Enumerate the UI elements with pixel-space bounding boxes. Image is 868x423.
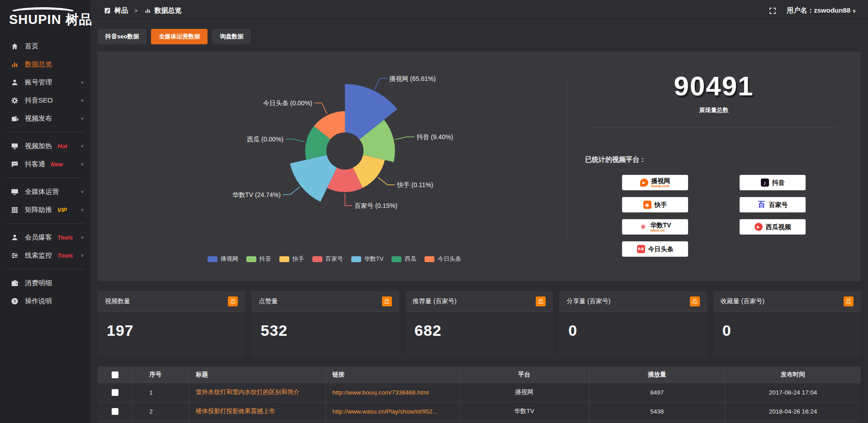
row-checkbox[interactable] (112, 389, 118, 396)
row-time: 2017-08-24 17:04 (725, 383, 861, 402)
sidebar-item-数据总览[interactable]: 数据总览 (0, 55, 90, 73)
total-badge[interactable]: 总 (228, 296, 238, 306)
sidebar-nav: 首页数据总览账号管理∨抖音SEO∨视频发布∨视频加热Hot∨抖客通New∨全媒体… (0, 33, 90, 423)
legend-item-今日头条[interactable]: 今日头条 (425, 255, 461, 263)
platform-badge-text: 播视网boosj.com (651, 178, 670, 188)
overview-panel: 播视网 (65.61%)抖音 (9.40%)快手 (0.11%)百家号 (0.1… (98, 52, 861, 281)
legend-item-抖音[interactable]: 抖音 (246, 255, 271, 263)
stat-card-value: 0 (713, 312, 861, 349)
legend-swatch (312, 256, 322, 262)
chevron-down-icon: ∨ (80, 98, 84, 103)
stat-card-title: 推荐量 (百家号) (413, 297, 457, 306)
row-no: 2 (133, 402, 189, 421)
tab-抖音seo数据[interactable]: 抖音seo数据 (98, 29, 146, 44)
legend-swatch (279, 256, 289, 262)
sidebar-divider (6, 132, 84, 132)
breadcrumb-item-home[interactable]: 树品 (114, 6, 128, 15)
user-menu[interactable]: 用户名：zswodun88∨ (787, 6, 856, 15)
wallet-icon (11, 279, 19, 287)
rose-label-播视网: 播视网 (65.61%) (389, 75, 436, 82)
sidebar-item-抖音SEO[interactable]: 抖音SEO∨ (0, 91, 90, 109)
screen-icon (11, 142, 19, 150)
fullscreen-icon[interactable] (769, 7, 777, 15)
rose-label-line (315, 103, 327, 114)
sidebar-item-首页[interactable]: 首页 (0, 37, 90, 55)
kuaishou-logo-icon: ◉ (643, 201, 651, 209)
row-link[interactable]: http://www.boosj.com/7338468.html (326, 383, 459, 402)
platform-badge-text: 快手 (655, 202, 667, 208)
row-link[interactable] (326, 421, 459, 423)
chevron-down-icon: ∨ (80, 235, 84, 240)
logo-cn: 树品 (66, 12, 93, 27)
sidebar-item-会员爆客[interactable]: 会员爆客Tools∨ (0, 228, 90, 246)
row-time: 2018-04-26 16:24 (725, 402, 861, 421)
sidebar-item-tag: Hot (57, 143, 67, 150)
sidebar-item-label: 抖音SEO (25, 96, 53, 105)
chevron-down-icon: ∨ (80, 162, 84, 166)
sidebar-item-操作说明[interactable]: ?操作说明 (0, 292, 90, 310)
rose-label-line (286, 139, 305, 142)
logo: SHUPIN 树品 (0, 0, 90, 33)
rose-label-line (283, 187, 300, 195)
home-icon (11, 42, 19, 50)
app-root: SHUPIN 树品 首页数据总览账号管理∨抖音SEO∨视频发布∨视频加热Hot∨… (0, 0, 868, 423)
select-all-checkbox[interactable] (112, 371, 118, 378)
boosj-logo-icon: ▶ (640, 179, 648, 187)
platform-badge-西瓜视频: ▶西瓜视频 (740, 219, 806, 235)
sidebar-item-消费明细[interactable]: 消费明细 (0, 274, 90, 292)
col-header-平台: 平台 (459, 367, 589, 383)
row-checkbox[interactable] (112, 408, 118, 415)
logo-en: SHUPIN (9, 12, 61, 27)
stat-card-value: 532 (251, 312, 399, 349)
sidebar-item-label: 数据总览 (25, 60, 52, 69)
sidebar: SHUPIN 树品 首页数据总览账号管理∨抖音SEO∨视频发布∨视频加热Hot∨… (0, 0, 90, 423)
row-title[interactable]: 楼体投影灯投影效果震撼上市 (189, 402, 326, 421)
total-badge[interactable]: 总 (844, 296, 854, 306)
sidebar-divider (6, 178, 84, 178)
legend-item-播视网[interactable]: 播视网 (208, 255, 238, 263)
stat-card-点赞量: 点赞量总532 (251, 291, 399, 357)
stat-card-title: 视频数量 (105, 297, 130, 306)
row-time (725, 421, 861, 423)
total-impressions-label: 展现量总数 (585, 106, 843, 114)
sidebar-divider (6, 269, 84, 269)
row-title[interactable] (189, 421, 326, 423)
legend-label: 播视网 (221, 255, 238, 263)
tab-询盘数据[interactable]: 询盘数据 (212, 29, 251, 44)
sidebar-item-label: 全媒体运营 (25, 188, 59, 196)
row-link[interactable]: http://www.wasu.cn/Play/show/id/952... (326, 402, 459, 421)
col-header-发布时间: 发布时间 (725, 367, 861, 383)
legend-label: 百家号 (326, 255, 343, 263)
sidebar-item-label: 消费明细 (25, 279, 52, 287)
sidebar-item-全媒体运营[interactable]: 全媒体运营∨ (0, 183, 90, 201)
chevron-down-icon: ∨ (80, 207, 84, 212)
total-badge[interactable]: 总 (382, 296, 392, 306)
chart-icon (11, 61, 19, 68)
total-badge[interactable]: 总 (690, 296, 700, 306)
legend-item-西瓜[interactable]: 西瓜 (392, 255, 416, 263)
stat-card-title: 收藏量 (百家号) (721, 297, 764, 306)
legend-swatch (351, 256, 361, 262)
sidebar-item-视频加热[interactable]: 视频加热Hot∨ (0, 137, 90, 155)
sidebar-item-视频发布[interactable]: 视频发布∨ (0, 109, 90, 127)
rose-label-华数TV: 华数TV (24.74%) (232, 191, 281, 198)
breadcrumb-separator: > (134, 7, 138, 14)
sidebar-item-抖客通[interactable]: 抖客通New∨ (0, 155, 90, 173)
legend-item-快手[interactable]: 快手 (279, 255, 304, 263)
rose-slice-华数TV[interactable] (290, 155, 337, 202)
chevron-down-icon: ∨ (80, 253, 84, 258)
sidebar-item-线索监控[interactable]: 线索监控Tools∨ (0, 246, 90, 264)
chevron-down-icon: ∨ (80, 189, 84, 194)
row-title[interactable]: 室外水纹灯和室内水纹灯的区别和简介 (189, 383, 326, 402)
total-badge[interactable]: 总 (536, 296, 546, 306)
platform-badge-播视网: ▶播视网boosj.com (622, 175, 688, 190)
col-header-序号: 序号 (133, 367, 189, 383)
legend-item-华数TV[interactable]: 华数TV (351, 255, 384, 263)
sidebar-item-矩阵助推[interactable]: 矩阵助推VIP∨ (0, 201, 90, 219)
sidebar-item-账号管理[interactable]: 账号管理∨ (0, 73, 90, 91)
stat-card-分享量 (百家号): 分享量 (百家号)总0 (559, 291, 707, 357)
chart-icon (144, 7, 151, 14)
legend-item-百家号[interactable]: 百家号 (312, 255, 343, 263)
member-icon (11, 234, 19, 241)
tab-全媒体运营数据[interactable]: 全媒体运营数据 (151, 29, 208, 44)
